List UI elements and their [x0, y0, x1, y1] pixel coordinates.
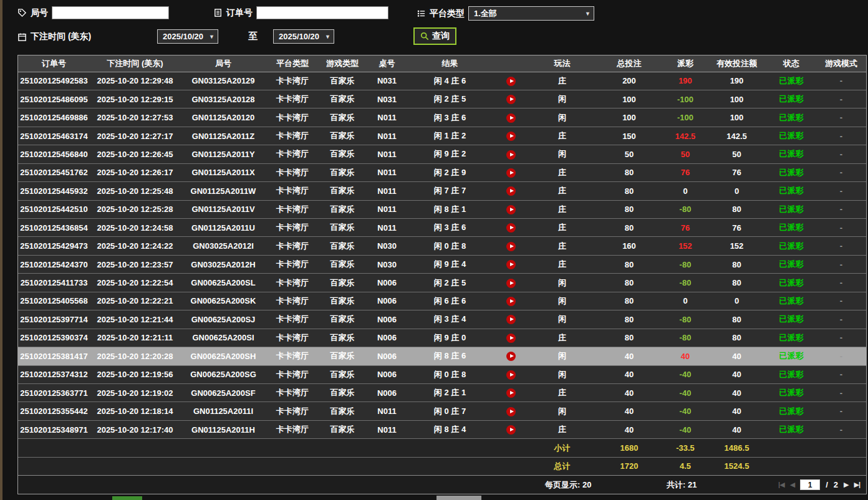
table-row[interactable]: 2510201253814172025-10-20 12:20:28GN0062…	[18, 347, 866, 365]
platform-type-value: 1.全部	[474, 8, 497, 19]
round-id-input[interactable]	[52, 6, 169, 19]
first-page-button[interactable]: |◀	[778, 481, 784, 489]
platform-cell: 卡卡湾厅	[266, 145, 319, 163]
order-id-cell: 251020125405568	[18, 292, 90, 310]
play-icon[interactable]	[506, 370, 516, 380]
game-type-cell: 百家乐	[319, 237, 366, 255]
play-type-cell: 闲	[529, 108, 595, 127]
result-cell: 闲 2 庄 5	[408, 90, 492, 108]
table-row[interactable]: 2510201254517622025-10-20 12:26:17GN0112…	[18, 163, 866, 181]
order-id-cell: 251020125374312	[18, 365, 90, 383]
table-row[interactable]: 2510201254631742025-10-20 12:27:17GN0112…	[18, 127, 866, 145]
table-row[interactable]: 2510201254368542025-10-20 12:24:58GN0112…	[18, 219, 866, 237]
table-row[interactable]: 2510201254117332025-10-20 12:22:54GN0062…	[18, 274, 866, 292]
result-cell: 闲 2 庄 1	[408, 383, 492, 401]
round-id-cell: GN00625A200SH	[180, 347, 266, 365]
play-icon[interactable]	[506, 425, 516, 435]
valid-bet-cell: 100	[707, 108, 766, 127]
payout-cell: 190	[663, 72, 707, 90]
play-icon[interactable]	[506, 242, 516, 251]
order-id-cell: 251020125492583	[18, 72, 90, 90]
table-row[interactable]: 2510201253554422025-10-20 12:18:14GN0112…	[18, 402, 866, 420]
table-row[interactable]: 2510201254568402025-10-20 12:26:45GN0112…	[18, 145, 866, 163]
total-valid-bet: 1524.5	[707, 457, 766, 475]
game-type-cell: 百家乐	[319, 127, 366, 145]
chevron-down-icon: ▼	[209, 34, 215, 40]
play-icon[interactable]	[506, 297, 516, 306]
game-mode-cell: -	[816, 108, 866, 127]
date-from-select[interactable]: 2025/10/20 ▼	[157, 29, 218, 44]
valid-bet-cell: 190	[707, 72, 766, 90]
search-icon	[420, 32, 429, 41]
table-row[interactable]: 2510201254243702025-10-20 12:23:57GN0302…	[18, 255, 866, 273]
game-type-cell: 百家乐	[319, 420, 366, 439]
play-icon[interactable]	[506, 132, 516, 141]
play-icon[interactable]	[506, 334, 516, 343]
play-cell	[492, 163, 529, 181]
result-cell: 闲 7 庄 7	[408, 182, 492, 200]
play-icon[interactable]	[506, 95, 516, 104]
play-icon[interactable]	[506, 407, 516, 416]
play-icon[interactable]	[506, 223, 516, 233]
subtotal-valid-bet: 1486.5	[707, 439, 766, 457]
play-icon[interactable]	[506, 168, 516, 178]
table-row[interactable]: 2510201254425102025-10-20 12:25:28GN0112…	[18, 200, 866, 218]
result-cell: 闲 3 庄 4	[408, 310, 492, 329]
table-row[interactable]: 2510201254459322025-10-20 12:25:48GN0112…	[18, 182, 866, 200]
screen-edge-artifact-gray	[436, 496, 481, 500]
play-icon[interactable]	[506, 352, 516, 361]
play-icon[interactable]	[506, 77, 516, 86]
table-no-cell: N011	[366, 219, 408, 237]
platform-type-label: 平台类型	[430, 8, 465, 19]
play-icon[interactable]	[506, 186, 516, 196]
play-icon[interactable]	[506, 205, 516, 214]
date-from-value: 2025/10/20	[163, 32, 203, 41]
total-bet-cell: 80	[595, 329, 663, 347]
col-header-total-bet: 总投注	[595, 55, 663, 72]
round-id-filter: 局号	[17, 6, 169, 19]
total-bet-cell: 100	[595, 90, 663, 108]
table-row[interactable]: 2510201254294732025-10-20 12:24:22GN0302…	[18, 237, 866, 255]
table-row[interactable]: 2510201253489712025-10-20 12:17:40GN0112…	[18, 420, 866, 439]
table-row[interactable]: 2510201254698862025-10-20 12:27:53GN0112…	[18, 108, 866, 127]
table-row[interactable]: 2510201253743122025-10-20 12:19:56GN0062…	[18, 365, 866, 383]
game-type-cell: 百家乐	[319, 365, 366, 383]
bet-time-cell: 2025-10-20 12:27:17	[90, 127, 180, 145]
platform-type-select[interactable]: 1.全部 ▼	[468, 6, 594, 21]
total-payout: 4.5	[663, 457, 707, 475]
table-row[interactable]: 2510201253903742025-10-20 12:21:11GN0062…	[18, 329, 866, 347]
table-row[interactable]: 2510201253977142025-10-20 12:21:44GN0062…	[18, 310, 866, 329]
game-mode-cell: -	[816, 90, 866, 108]
order-id-input[interactable]	[256, 6, 388, 19]
platform-cell: 卡卡湾厅	[266, 108, 319, 127]
game-mode-cell: -	[816, 365, 866, 383]
round-id-cell: GN01125A2011X	[180, 163, 266, 181]
play-icon[interactable]	[506, 315, 516, 324]
play-icon[interactable]	[506, 388, 516, 398]
play-icon[interactable]	[506, 113, 516, 123]
total-bet-cell: 80	[595, 274, 663, 292]
query-button[interactable]: 查询	[413, 27, 456, 45]
table-row[interactable]: 2510201253637712025-10-20 12:19:02GN0062…	[18, 383, 866, 401]
table-row[interactable]: 2510201254860952025-10-20 12:29:15GN0312…	[18, 90, 866, 108]
play-icon[interactable]	[506, 150, 516, 160]
round-id-cell: GN00625A200SI	[180, 329, 266, 347]
play-icon[interactable]	[506, 260, 516, 269]
total-count-label: 共计: 21	[667, 476, 697, 494]
total-bet-cell: 50	[595, 145, 663, 163]
payout-cell: 142.5	[663, 127, 707, 145]
current-page-input[interactable]: 1	[800, 479, 820, 490]
game-mode-cell: -	[816, 329, 866, 347]
order-id-cell: 251020125436854	[18, 219, 90, 237]
last-page-button[interactable]: ▶|	[854, 481, 860, 489]
table-row[interactable]: 2510201254055682025-10-20 12:22:21GN0062…	[18, 292, 866, 310]
result-cell: 闲 0 庄 7	[408, 402, 492, 420]
prev-page-button[interactable]: ◀	[790, 481, 794, 489]
total-label: 总计	[529, 457, 595, 475]
bet-time-filter-label: 下注时间 (美东)	[17, 31, 91, 42]
table-row[interactable]: 2510201254925832025-10-20 12:29:48GN0312…	[18, 72, 866, 90]
next-page-button[interactable]: ▶	[844, 481, 848, 489]
date-to-select[interactable]: 2025/10/20 ▼	[273, 29, 334, 44]
play-icon[interactable]	[506, 279, 516, 288]
play-cell	[492, 292, 529, 310]
